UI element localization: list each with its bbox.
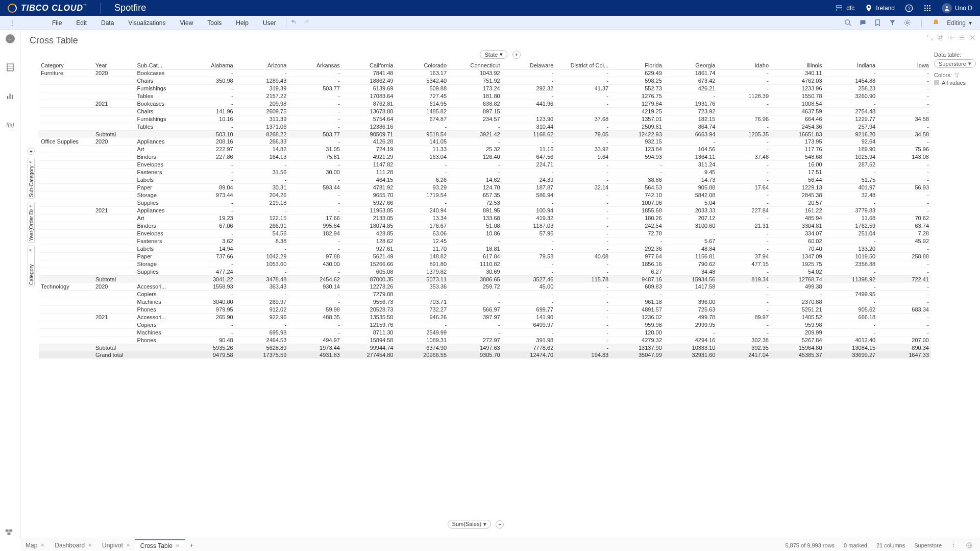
table-row[interactable]: Copiers---12159.76--6499.97-959.982999.9… <box>39 321 931 329</box>
table-row[interactable]: Phones90.482464.53494.9715894.581089.312… <box>39 337 931 344</box>
table-row[interactable]: Furniture2020Bookcases---7841.48163.1710… <box>39 69 931 77</box>
add-measure[interactable]: + <box>496 520 504 529</box>
menu-visualizations[interactable]: Visualizations <box>121 19 173 27</box>
add-page-tab[interactable]: + <box>185 539 199 551</box>
menu-file[interactable]: File <box>45 19 69 27</box>
filter-icon[interactable] <box>889 19 896 27</box>
table-row[interactable]: Supplies477.24--605.081379.8230.69--6.27… <box>39 268 931 276</box>
col-header-state[interactable]: Colorado <box>395 62 449 69</box>
list-icon[interactable] <box>959 34 965 41</box>
search-icon[interactable] <box>844 19 852 27</box>
menu-help[interactable]: Help <box>229 19 256 27</box>
table-row[interactable]: Phones979.95912.0259.9820528.73732.27566… <box>39 306 931 314</box>
table-row[interactable]: Subtotal503.108268.22503.7790509.719518.… <box>39 131 931 138</box>
table-row[interactable]: Machines-695.98-8711.302549.99---120.00-… <box>39 329 931 337</box>
more-icon[interactable]: ⋮ <box>951 542 957 548</box>
table-row[interactable]: Art222.9714.8231.05724.1911.3325.3211.16… <box>39 146 931 153</box>
add-column-axis[interactable]: + <box>512 51 521 59</box>
page-tab-unpivot[interactable]: Unpivot✕ <box>97 539 135 551</box>
row-axis-category[interactable]: ▸Category <box>28 246 35 286</box>
col-header-state[interactable]: Arkansas <box>288 62 342 69</box>
col-header-state[interactable]: District of Col... <box>555 62 610 69</box>
column-axis-pill[interactable]: State ▾ <box>480 50 507 59</box>
table-row[interactable]: 2021Appliances---11953.85240.94891.95100… <box>39 207 931 214</box>
user-menu[interactable]: Uno D <box>942 3 972 13</box>
col-header-state[interactable]: Indiana <box>824 62 878 69</box>
close-tab-icon[interactable]: ✕ <box>126 542 130 548</box>
close-tab-icon[interactable]: ✕ <box>40 542 44 548</box>
globe-icon[interactable] <box>966 542 973 549</box>
help-icon[interactable]: ? <box>905 4 913 12</box>
table-row[interactable]: Storage-1053.60430.0015266.66891.801110.… <box>39 260 931 268</box>
table-row[interactable]: Subtotal3041.223478.482454.6287000.35507… <box>39 276 931 283</box>
row-axis-year[interactable]: ▸Year(Order Date) <box>28 202 35 243</box>
table-row[interactable]: Labels14.94--927.6111.7018.81--292.3648.… <box>39 245 931 253</box>
table-row[interactable]: Grand total9479.5817375.594931.83277454.… <box>39 351 931 358</box>
data-table-pill[interactable]: Superstore ▾ <box>934 59 976 68</box>
table-row[interactable]: Fasteners3.628.38-128.6212.45----5.67-60… <box>39 237 931 245</box>
table-row[interactable]: Chairs350.981289.43-18862.495342.40751.9… <box>39 77 931 85</box>
col-header-state[interactable]: Delaware <box>502 62 556 69</box>
location-indicator[interactable]: Ireland <box>865 4 895 12</box>
mode-selector[interactable]: Editing ▾ <box>947 19 972 27</box>
table-row[interactable]: Tables-2157.22-17083.64727.45181.80--127… <box>39 92 931 100</box>
col-header-state[interactable]: Illinois <box>771 62 824 69</box>
col-header-cat[interactable]: Category <box>39 62 93 69</box>
table-row[interactable]: Envelopes-54.56182.94428.8563.0610.8657.… <box>39 230 931 237</box>
close-tab-icon[interactable]: ✕ <box>88 542 92 548</box>
table-row[interactable]: Art19.23122.1517.662133.0513.34133.68419… <box>39 214 931 222</box>
comment-icon[interactable] <box>859 19 867 27</box>
page-tab-dashboard[interactable]: Dashboard✕ <box>50 539 97 551</box>
redo-icon[interactable] <box>303 19 311 27</box>
col-header-sub[interactable]: Sub-Cat... <box>135 62 182 69</box>
menu-user[interactable]: User <box>256 19 283 27</box>
table-row[interactable]: Furnishings10.16311.39-5754.64674.87234.… <box>39 115 931 123</box>
gear-icon[interactable] <box>903 19 911 27</box>
notification-icon[interactable] <box>932 19 940 27</box>
undo-icon[interactable] <box>289 19 297 27</box>
table-row[interactable]: Tables-1371.06-12386.16--310.44-2509.618… <box>39 123 931 131</box>
col-header-state[interactable]: Connecticut <box>449 62 502 69</box>
table-row[interactable]: Binders67.06266.91995.8418074.85176.6751… <box>39 222 931 230</box>
menu-data[interactable]: Data <box>94 19 121 27</box>
add-icon[interactable]: + <box>6 34 15 43</box>
toolbar-drag-icon[interactable]: ⋮ <box>4 19 20 27</box>
table-row[interactable]: Envelopes---1147.82--224.71--311.24-16.0… <box>39 161 931 169</box>
chart-icon[interactable] <box>6 91 15 101</box>
table-row[interactable]: Office Supplies2020Appliances208.16266.3… <box>39 138 931 146</box>
viz-gear-icon[interactable] <box>948 34 954 41</box>
add-row-axis[interactable]: + <box>28 148 35 155</box>
fx-icon[interactable]: f(x) <box>6 120 15 129</box>
table-row[interactable]: Copiers---7279.88--------7499.95- <box>39 291 931 298</box>
table-row[interactable]: Paper89.0430.31593.444781.9293.29124.701… <box>39 184 931 191</box>
table-row[interactable]: 2021Bookcases-209.98-8762.81614.95638.82… <box>39 100 931 108</box>
server-indicator[interactable]: dfc <box>835 4 854 12</box>
page-tab-map[interactable]: Map✕ <box>20 539 50 551</box>
col-header-state[interactable]: California <box>342 62 396 69</box>
table-row[interactable]: Chairs141.962609.75-13678.801485.82897.1… <box>39 108 931 115</box>
col-header-state[interactable]: Florida <box>610 62 664 69</box>
data-panel-icon[interactable] <box>6 63 15 72</box>
apps-grid-icon[interactable] <box>923 4 932 12</box>
close-tab-icon[interactable]: ✕ <box>176 543 180 548</box>
col-header-state[interactable]: Arizona <box>235 62 289 69</box>
col-header-year[interactable]: Year <box>93 62 135 69</box>
table-row[interactable]: Subtotal5935.265628.891973.4499944.74637… <box>39 344 931 352</box>
table-row[interactable]: Supplies-219.18-5927.66-72.53--1007.065.… <box>39 199 931 207</box>
table-row[interactable]: Labels---464.156.2614.6224.39-38.8614.73… <box>39 176 931 184</box>
measure-pill[interactable]: Sum(Sales) ▾ <box>448 520 491 529</box>
table-row[interactable]: Furnishings-319.39503.776139.69509.88173… <box>39 85 931 92</box>
row-axis-subcategory[interactable]: ▸Sub-Category <box>28 158 35 199</box>
page-tab-cross-table[interactable]: Cross Table✕ <box>135 539 185 551</box>
col-header-state[interactable]: Iowa <box>877 62 931 69</box>
table-row[interactable]: Technology2020Accessori...1558.93363.439… <box>39 283 931 291</box>
menu-edit[interactable]: Edit <box>69 19 94 27</box>
col-header-state[interactable]: Alabama <box>182 62 235 69</box>
table-row[interactable]: Machines3040.00269.97-9556.73703.71---96… <box>39 298 931 306</box>
col-header-state[interactable]: Georgia <box>664 62 718 69</box>
bookmark-icon[interactable] <box>874 19 881 27</box>
expand-icon[interactable] <box>926 34 933 41</box>
table-row[interactable]: Fasteners-31.5630.00111.28-----9.45-17.5… <box>39 169 931 176</box>
table-row[interactable]: 2021Accessori...265.90922.96488.3513535.… <box>39 314 931 321</box>
menu-tools[interactable]: Tools <box>200 19 229 27</box>
